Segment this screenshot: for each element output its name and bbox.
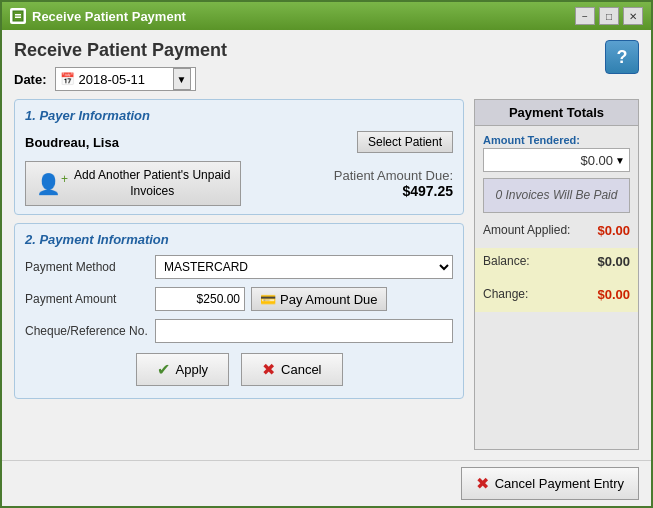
- left-panel: 1. Payer Information Boudreau, Lisa Sele…: [14, 99, 464, 450]
- svg-rect-1: [15, 14, 21, 16]
- balance-value: $0.00: [597, 254, 630, 269]
- pay-amount-icon: 💳: [260, 292, 276, 307]
- pay-amount-due-label: Pay Amount Due: [280, 292, 378, 307]
- svg-rect-2: [15, 17, 21, 19]
- cancel-entry-icon: ✖: [476, 474, 489, 493]
- select-patient-button[interactable]: Select Patient: [357, 131, 453, 153]
- payment-method-row: Payment Method MASTERCARD VISA CASH CHEC…: [25, 255, 453, 279]
- patient-name: Boudreau, Lisa: [25, 135, 119, 150]
- balance-label: Balance:: [483, 254, 530, 268]
- cheque-row: Cheque/Reference No.: [25, 319, 453, 343]
- amount-tendered-input-row: $0.00 ▼: [483, 148, 630, 172]
- amount-tendered-label: Amount Tendered:: [483, 134, 630, 146]
- svg-rect-0: [13, 11, 23, 21]
- cheque-input[interactable]: [155, 319, 453, 343]
- cancel-entry-label: Cancel Payment Entry: [495, 476, 624, 491]
- payment-totals-box: Payment Totals Amount Tendered: $0.00 ▼ …: [474, 99, 639, 450]
- pay-amount-due-button[interactable]: 💳 Pay Amount Due: [251, 287, 387, 311]
- apply-button[interactable]: ✔ Apply: [136, 353, 230, 386]
- payer-row: Boudreau, Lisa Select Patient: [25, 131, 453, 153]
- payment-amount-row: Payment Amount 💳 Pay Amount Due: [25, 287, 453, 311]
- change-label: Change:: [483, 287, 528, 301]
- date-wrapper: 📅 ▼: [55, 67, 196, 91]
- payment-section-title: 2. Payment Information: [25, 232, 453, 247]
- close-button[interactable]: ✕: [623, 7, 643, 25]
- add-patient-label: Add Another Patient's UnpaidInvoices: [74, 168, 230, 199]
- amount-tendered-dropdown[interactable]: ▼: [615, 155, 625, 166]
- patient-amount-value: $497.25: [334, 183, 453, 199]
- balance-section: Balance: $0.00 Change: $0.00: [475, 248, 638, 312]
- action-buttons: ✔ Apply ✖ Cancel: [25, 353, 453, 386]
- add-patient-row: 👤+ Add Another Patient's UnpaidInvoices …: [25, 161, 453, 206]
- amount-applied-value: $0.00: [597, 223, 630, 238]
- cancel-label: Cancel: [281, 362, 321, 377]
- cancel-x-icon: ✖: [262, 360, 275, 379]
- amount-tendered-section: Amount Tendered: $0.00 ▼: [483, 134, 630, 172]
- check-icon: ✔: [157, 360, 170, 379]
- payment-section: 2. Payment Information Payment Method MA…: [14, 223, 464, 399]
- payer-section-title: 1. Payer Information: [25, 108, 453, 123]
- change-value: $0.00: [597, 287, 630, 302]
- amount-applied-row: Amount Applied: $0.00: [483, 223, 630, 238]
- invoices-will-be-paid: 0 Invoices Will Be Paid: [483, 178, 630, 213]
- totals-inner-body: Amount Tendered: $0.00 ▼ 0 Invoices Will…: [475, 126, 638, 322]
- main-window: Receive Patient Payment − □ ✕ Receive Pa…: [0, 0, 653, 508]
- cancel-payment-entry-button[interactable]: ✖ Cancel Payment Entry: [461, 467, 639, 500]
- date-input[interactable]: [79, 72, 169, 87]
- window-title: Receive Patient Payment: [32, 9, 575, 24]
- window-icon: [10, 8, 26, 24]
- payment-method-control: MASTERCARD VISA CASH CHECK: [155, 255, 453, 279]
- payment-totals-title: Payment Totals: [475, 100, 638, 126]
- payment-method-select[interactable]: MASTERCARD VISA CASH CHECK: [155, 255, 453, 279]
- patient-amount-block: Patient Amount Due: $497.25: [334, 168, 453, 199]
- payment-amount-inputs: 💳 Pay Amount Due: [155, 287, 453, 311]
- main-body: 1. Payer Information Boudreau, Lisa Sele…: [14, 99, 639, 450]
- add-patient-button[interactable]: 👤+ Add Another Patient's UnpaidInvoices: [25, 161, 241, 206]
- right-panel: Payment Totals Amount Tendered: $0.00 ▼ …: [474, 99, 639, 450]
- apply-label: Apply: [176, 362, 209, 377]
- payment-amount-label: Payment Amount: [25, 292, 155, 306]
- cheque-label: Cheque/Reference No.: [25, 324, 155, 338]
- title-bar: Receive Patient Payment − □ ✕: [2, 2, 651, 30]
- change-row: Change: $0.00: [483, 287, 630, 302]
- date-label: Date:: [14, 72, 47, 87]
- page-title: Receive Patient Payment: [14, 40, 227, 61]
- help-button[interactable]: ?: [605, 40, 639, 74]
- maximize-button[interactable]: □: [599, 7, 619, 25]
- window-controls: − □ ✕: [575, 7, 643, 25]
- amount-applied-label: Amount Applied:: [483, 223, 570, 237]
- patient-amount-label: Patient Amount Due:: [334, 168, 453, 183]
- payment-amount-input[interactable]: [155, 287, 245, 311]
- amount-tendered-value: $0.00: [581, 153, 614, 168]
- cancel-button[interactable]: ✖ Cancel: [241, 353, 342, 386]
- bottom-bar: ✖ Cancel Payment Entry: [2, 460, 651, 506]
- page-header: Receive Patient Payment Date: 📅 ▼ ?: [14, 40, 639, 91]
- page-title-block: Receive Patient Payment Date: 📅 ▼: [14, 40, 227, 91]
- payment-method-label: Payment Method: [25, 260, 155, 274]
- balance-row: Balance: $0.00: [483, 254, 630, 269]
- add-patient-icon: 👤+: [36, 172, 68, 196]
- date-dropdown-arrow[interactable]: ▼: [173, 68, 191, 90]
- calendar-icon: 📅: [60, 72, 75, 86]
- minimize-button[interactable]: −: [575, 7, 595, 25]
- content-area: Receive Patient Payment Date: 📅 ▼ ? 1. P: [2, 30, 651, 460]
- payer-section: 1. Payer Information Boudreau, Lisa Sele…: [14, 99, 464, 215]
